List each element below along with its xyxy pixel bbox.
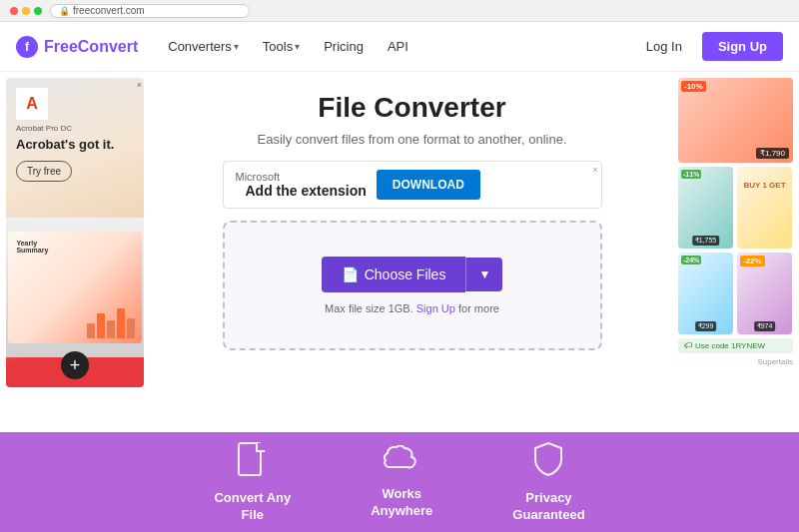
ad-graph — [87, 298, 137, 338]
nav: Converters ▾ Tools ▾ Pricing API — [158, 33, 635, 60]
ad-card-icecream[interactable]: -24% ₹299 — [678, 253, 733, 334]
login-button[interactable]: Log In — [636, 33, 692, 60]
ad-inner: × A Acrobat Pro DC Acrobat's got it. Try… — [6, 78, 144, 387]
code-icon: 🏷 — [684, 341, 692, 350]
browser-bar: 🔒 freeconvert.com — [0, 0, 799, 22]
lock-icon: 🔒 — [59, 6, 70, 16]
ms-download-button[interactable]: DOWNLOAD — [377, 170, 480, 200]
page-subtitle: Easily convert files from one format to … — [258, 132, 567, 147]
ad-row-3: -24% ₹299 -22% ₹974 — [678, 253, 795, 334]
chevron-down-icon: ▾ — [295, 41, 300, 52]
add-icon: + — [61, 351, 89, 379]
ad-card-chicken[interactable]: -10% ₹1,790 — [678, 78, 793, 163]
url-bar: 🔒 freeconvert.com — [50, 4, 250, 18]
choose-files-button[interactable]: 📄 Choose Files — [322, 257, 466, 292]
signup-button[interactable]: Sign Up — [702, 32, 783, 61]
ad-row-2: -11% ₹1,755 BUY 1 GET — [678, 167, 795, 249]
header-right: Log In Sign Up — [636, 32, 783, 61]
browser-dots — [10, 7, 42, 15]
cloud-icon — [384, 445, 419, 480]
ad-card-dog2[interactable]: -22% ₹974 — [737, 253, 792, 334]
choose-files-label: Choose Files — [365, 266, 446, 282]
ad-card-person[interactable]: -11% ₹1,755 — [678, 167, 733, 249]
footer-item-convert: Convert Any File — [214, 441, 291, 524]
logo-area: f FreeConvert — [16, 36, 138, 58]
url-text: freeconvert.com — [73, 5, 145, 16]
choose-files-area: 📄 Choose Files ▼ — [322, 257, 503, 292]
ad-code-bar: 🏷 Use code 1RYNEW — [678, 338, 793, 353]
page-title: File Converter — [318, 92, 505, 124]
ad-cta-button[interactable]: Try free — [16, 161, 72, 182]
nav-converters[interactable]: Converters ▾ — [158, 33, 249, 60]
ad-laptop-screen: YearlySummary — [8, 232, 141, 343]
nav-converters-label: Converters — [168, 39, 232, 54]
shield-icon — [533, 441, 563, 484]
ad-headline: Acrobat's got it. — [16, 137, 134, 153]
ad-price: ₹974 — [754, 321, 776, 331]
nav-tools[interactable]: Tools ▾ — [253, 33, 310, 60]
ms-extension-banner: Microsoft Add the extension DOWNLOAD × — [223, 161, 602, 209]
ad-price: ₹299 — [695, 321, 717, 331]
nav-pricing[interactable]: Pricing — [314, 33, 374, 60]
ad-laptop-image: YearlySummary — [6, 218, 144, 357]
ad-price: ₹1,755 — [692, 236, 720, 246]
footer-item-works: Works Anywhere — [371, 445, 432, 520]
discount-badge: -11% — [681, 170, 701, 179]
discount-badge: -24% — [681, 256, 701, 265]
nav-tools-label: Tools — [263, 39, 293, 54]
convert-label: Convert Any File — [214, 490, 291, 524]
supertails-label: Supertails — [678, 357, 793, 366]
logo-text: FreeConvert — [44, 38, 138, 56]
ad-doc-title: YearlySummary — [16, 240, 48, 254]
nav-api-label: API — [388, 39, 408, 54]
file-drop-zone[interactable]: 📄 Choose Files ▼ Max file size 1GB. Sign… — [223, 221, 602, 350]
ms-extension-text: Add the extension — [246, 183, 367, 199]
signup-link[interactable]: Sign Up — [416, 302, 455, 314]
svg-rect-2 — [257, 443, 265, 451]
dot-red — [10, 7, 18, 15]
privacy-label: Privacy Guaranteed — [512, 490, 584, 524]
discount-badge: -10% — [681, 81, 706, 92]
discount-badge: -22% — [740, 256, 765, 266]
adobe-logo: A — [16, 88, 48, 120]
footer-item-privacy: Privacy Guaranteed — [512, 441, 584, 524]
close-icon[interactable]: × — [137, 80, 142, 90]
file-icon: 📄 — [342, 266, 359, 282]
close-icon[interactable]: × — [592, 165, 597, 175]
file-icon — [237, 441, 269, 484]
chevron-down-icon: ▾ — [234, 41, 239, 52]
logo-icon: f — [16, 36, 38, 58]
works-label: Works Anywhere — [371, 486, 432, 520]
ad-sub-text: Acrobat Pro DC — [16, 124, 134, 133]
code-text: Use code 1RYNEW — [695, 341, 765, 350]
nav-api[interactable]: API — [378, 33, 418, 60]
ad-price: ₹1,790 — [756, 148, 789, 159]
ad-card-buy1get[interactable]: BUY 1 GET — [737, 167, 792, 249]
nav-pricing-label: Pricing — [324, 39, 364, 54]
buy1get-text: BUY 1 GET — [737, 177, 792, 194]
dot-yellow — [22, 7, 30, 15]
max-file-size-text: Max file size 1GB. Sign Up for more — [325, 302, 499, 314]
ms-logo-label: Microsoft — [236, 171, 377, 183]
footer-features: Convert Any File Works Anywhere Privacy … — [0, 432, 799, 532]
header: f FreeConvert Converters ▾ Tools ▾ Prici… — [0, 22, 799, 72]
dot-green — [34, 7, 42, 15]
choose-files-dropdown-button[interactable]: ▼ — [465, 258, 502, 291]
